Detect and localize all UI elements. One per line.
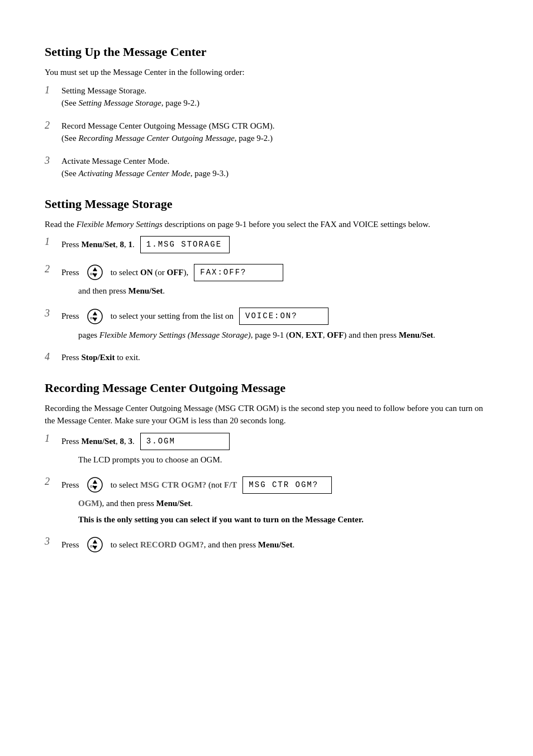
step-ogm-content-3: Press or to select RECORD OGM?, and then… (61, 536, 488, 554)
step-storage-content-4: Press Stop/Exit to exit. (61, 351, 488, 364)
setup-steps: 1 Setting Message Storage. (See Setting … (45, 84, 488, 180)
section-intro-setting-up: You must set up the Message Center in th… (45, 66, 488, 79)
step-storage-label-4: Press Stop/Exit to exit. (61, 353, 140, 362)
step-storage-num-1: 1 (45, 236, 61, 248)
svg-marker-13 (93, 540, 97, 544)
step-ogm-label-1: Press Menu/Set, 8, 3. (61, 435, 135, 448)
step-sub-3: (See Activating Message Center Mode, pag… (61, 169, 229, 178)
step-storage-row-2: Press or to select ON (or OFF), FAX:OFF? (61, 263, 488, 281)
step-ogm-label-2b: to select MSG CTR OGM? (not F/T (111, 479, 237, 492)
step-ogm-3: 3 Press or to select RECORD OGM?, (45, 536, 488, 554)
step-storage-label-3a: Press (61, 310, 79, 323)
step-storage-row-3: Press or to select your setting from the… (61, 308, 488, 325)
step-text-1: Setting Message Storage. (61, 86, 146, 95)
lcd-display-3: VOICE:ON? (239, 308, 329, 325)
step-ogm-row-1: Press Menu/Set, 8, 3. 3.OGM (61, 433, 488, 450)
step-content-1: Setting Message Storage. (See Setting Me… (61, 84, 488, 110)
step-storage-content-2: Press or to select ON (or OFF), FAX:OFF? (61, 263, 488, 297)
step-text-3: Activate Message Center Mode. (61, 157, 169, 166)
step-ogm-bold-note: This is the only setting you can select … (78, 513, 488, 526)
step-num-3: 3 (45, 155, 61, 167)
svg-text:or: or (90, 484, 94, 489)
scroll-icon-ogm-2: or (86, 476, 104, 494)
step-setup-2: 2 Record Message Center Outgoing Message… (45, 120, 488, 145)
step-setup-1: 1 Setting Message Storage. (See Setting … (45, 84, 488, 110)
step-storage-1: 1 Press Menu/Set, 8, 1. 1.MSG STORAGE (45, 236, 488, 253)
step-text-2: Record Message Center Outgoing Message (… (61, 121, 275, 130)
section-setting-storage: Setting Message Storage Read the Flexibl… (45, 197, 488, 364)
step-storage-label-1: Press Menu/Set, 8, 1. (61, 238, 135, 251)
scroll-icon-3: or (86, 308, 104, 325)
step-num-2: 2 (45, 120, 61, 131)
lcd-display-ogm-2: MSG CTR OGM? (242, 476, 332, 494)
lcd-display-ogm-1: 3.OGM (140, 433, 230, 450)
step-ogm-1: 1 Press Menu/Set, 8, 3. 3.OGM The LCD pr… (45, 433, 488, 466)
svg-marker-5 (93, 311, 97, 315)
section-setting-up: Setting Up the Message Center You must s… (45, 45, 488, 180)
step-storage-num-4: 4 (45, 351, 61, 363)
step-sub-2: (See Recording Message Center Outgoing M… (61, 134, 273, 143)
section-heading-ogm: Recording Message Center Outgoing Messag… (45, 381, 488, 395)
step-ogm-row-2: Press or to select MSG CTR OGM? (not F/T… (61, 476, 488, 494)
step-storage-content-1: Press Menu/Set, 8, 1. 1.MSG STORAGE (61, 236, 488, 253)
step-storage-num-2: 2 (45, 263, 61, 275)
svg-marker-9 (93, 480, 97, 484)
step-ogm-label-2a: Press (61, 479, 79, 492)
step-storage-row-1: Press Menu/Set, 8, 1. 1.MSG STORAGE (61, 236, 488, 253)
step-ogm-label-3a: Press (61, 538, 79, 551)
section-intro-storage: Read the Flexible Memory Settings descri… (45, 218, 488, 231)
step-sub-1: (See Setting Message Storage, page 9-2.) (61, 98, 199, 107)
svg-text:or: or (90, 315, 94, 320)
step-ogm-sub-2: OGM), and then press Menu/Set. (78, 497, 488, 510)
step-setup-3: 3 Activate Message Center Mode. (See Act… (45, 155, 488, 180)
page-container: Setting Up the Message Center You must s… (45, 45, 488, 756)
step-num-1: 1 (45, 84, 61, 96)
ogm-steps: 1 Press Menu/Set, 8, 3. 3.OGM The LCD pr… (45, 433, 488, 554)
step-storage-num-3: 3 (45, 308, 61, 319)
step-storage-label-3b: to select your setting from the list on (111, 310, 234, 323)
step-storage-content-3: Press or to select your setting from the… (61, 308, 488, 342)
step-ogm-content-1: Press Menu/Set, 8, 3. 3.OGM The LCD prom… (61, 433, 488, 466)
step-ogm-num-2: 2 (45, 476, 61, 488)
section-heading-setting-up: Setting Up the Message Center (45, 45, 488, 59)
step-storage-sub-3: pages Flexible Memory Settings (Message … (78, 329, 488, 342)
scroll-icon-2: or (86, 263, 104, 281)
section-intro-ogm: Recording the Message Center Outgoing Me… (45, 402, 488, 427)
step-ogm-2: 2 Press or to select MSG CTR OGM? (45, 476, 488, 526)
step-ogm-sub-1: The LCD prompts you to choose an OGM. (78, 453, 488, 466)
section-heading-storage: Setting Message Storage (45, 197, 488, 211)
step-storage-2: 2 Press or to select ON (or OFF), (45, 263, 488, 297)
svg-text:or: or (90, 544, 94, 549)
step-ogm-content-2: Press or to select MSG CTR OGM? (not F/T… (61, 476, 488, 526)
scroll-icon-ogm-3: or (86, 536, 104, 554)
step-ogm-num-1: 1 (45, 433, 61, 445)
step-storage-label-2b: to select ON (or OFF), (111, 266, 189, 279)
step-ogm-label-3b: to select RECORD OGM?, and then press Me… (111, 538, 295, 551)
lcd-display-2: FAX:OFF? (194, 264, 283, 281)
step-storage-3: 3 Press or to select your setting (45, 308, 488, 342)
step-content-3: Activate Message Center Mode. (See Activ… (61, 155, 488, 180)
step-content-2: Record Message Center Outgoing Message (… (61, 120, 488, 145)
section-recording-ogm: Recording Message Center Outgoing Messag… (45, 381, 488, 554)
step-storage-4: 4 Press Stop/Exit to exit. (45, 351, 488, 364)
storage-steps: 1 Press Menu/Set, 8, 1. 1.MSG STORAGE 2 … (45, 236, 488, 364)
svg-marker-1 (93, 267, 97, 271)
step-storage-label-2a: Press (61, 266, 79, 279)
lcd-display-1: 1.MSG STORAGE (140, 236, 230, 253)
step-storage-sub-2: and then press Menu/Set. (78, 285, 488, 297)
svg-text:or: or (90, 271, 94, 276)
step-ogm-num-3: 3 (45, 536, 61, 547)
step-ogm-row-3: Press or to select RECORD OGM?, and then… (61, 536, 488, 554)
